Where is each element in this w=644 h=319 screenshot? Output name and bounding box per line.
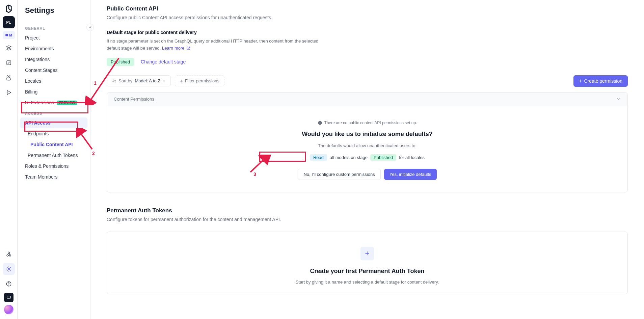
- rail-settings-icon[interactable]: [3, 263, 15, 275]
- rail-help-icon[interactable]: [3, 278, 15, 290]
- app-logo[interactable]: [4, 4, 14, 14]
- side-item-environments[interactable]: Environments: [18, 43, 90, 54]
- rail-project-badge[interactable]: PL: [3, 16, 15, 28]
- create-token-tile[interactable]: +: [360, 247, 374, 260]
- read-chip: Read: [310, 154, 327, 161]
- rail-env-badge[interactable]: M: [3, 31, 15, 39]
- rail-schema-icon[interactable]: [3, 42, 15, 54]
- svg-point-1: [7, 255, 8, 257]
- tokens-section-desc: Configure tokens for permanent authoriza…: [107, 217, 628, 222]
- page-title: Public Content API: [107, 5, 628, 12]
- tokens-section-title: Permanent Auth Tokens: [107, 207, 628, 214]
- side-item-api-access[interactable]: API Access: [20, 117, 87, 128]
- svg-rect-7: [7, 296, 10, 298]
- create-token-title: Create your first Permanent Auth Token: [114, 268, 621, 275]
- side-item-project[interactable]: Project: [18, 32, 90, 43]
- side-item-billing[interactable]: Billing: [18, 86, 90, 97]
- collapse-sidebar-button[interactable]: [86, 24, 94, 31]
- change-default-stage-link[interactable]: Change default stage: [141, 59, 186, 64]
- rail-content-icon[interactable]: [3, 57, 15, 69]
- published-stage-badge: Published: [107, 58, 134, 66]
- svg-point-10: [320, 122, 320, 122]
- side-item-integrations[interactable]: Integrations: [18, 54, 90, 65]
- chevron-down-icon: [616, 97, 621, 101]
- side-item-content-stages[interactable]: Content Stages: [18, 65, 90, 76]
- create-token-desc: Start by giving it a name and selecting …: [114, 280, 621, 285]
- side-item-roles[interactable]: Roles & Permissions: [18, 161, 90, 171]
- section-general-label: GENERAL: [18, 23, 90, 32]
- app-rail: PL M: [0, 0, 18, 319]
- rail-assets-icon[interactable]: [3, 72, 15, 84]
- initialize-defaults-title: Would you like us to initialize some def…: [114, 131, 621, 138]
- learn-more-link[interactable]: Learn more: [162, 46, 190, 51]
- section-access-label: ACCESS: [18, 108, 90, 117]
- content-permissions-panel: Content Permissions There are no public …: [107, 92, 628, 192]
- create-permission-button[interactable]: + Create permission: [573, 75, 628, 87]
- default-stage-desc: If no stage parameter is set on the Grap…: [107, 38, 323, 53]
- filter-permissions-button[interactable]: + Filter permissions: [175, 75, 224, 86]
- svg-point-2: [9, 255, 11, 257]
- empty-info-text: There are no public content API permissi…: [114, 121, 621, 125]
- preview-badge: PREVIEW: [57, 101, 77, 105]
- default-stage-title: Default stage for public content deliver…: [107, 30, 628, 35]
- published-chip: Published: [370, 154, 396, 161]
- rail-webhooks-icon[interactable]: [3, 248, 15, 260]
- rail-chat-icon[interactable]: [4, 293, 14, 302]
- content-permissions-header[interactable]: Content Permissions: [107, 92, 627, 106]
- initialize-defaults-desc: The defaults would allow unauthenticated…: [114, 143, 621, 148]
- defaults-chip-row: Read all models on stage Published for a…: [114, 154, 621, 161]
- svg-rect-9: [320, 122, 320, 124]
- page-desc: Configure public Content API access perm…: [107, 15, 628, 20]
- side-item-ui-extensions[interactable]: UI Extensions PREVIEW: [18, 97, 90, 108]
- sidebar-title: Settings: [18, 6, 90, 15]
- side-item-permanent-tokens[interactable]: Permanent Auth Tokens: [18, 150, 90, 161]
- svg-point-4: [8, 268, 9, 270]
- main-content: Public Content API Configure public Cont…: [90, 0, 644, 319]
- side-item-team[interactable]: Team Members: [18, 171, 90, 182]
- configure-custom-button[interactable]: No, I'll configure custom permissions: [298, 169, 380, 180]
- chevron-down-icon: [162, 79, 166, 83]
- sort-by-dropdown[interactable]: Sort by: Model: A to Z: [107, 75, 171, 86]
- external-link-icon: [186, 46, 190, 53]
- side-item-locales[interactable]: Locales: [18, 76, 90, 86]
- side-item-public-content-api[interactable]: Public Content API: [20, 139, 87, 150]
- user-avatar[interactable]: [4, 305, 14, 314]
- initialize-defaults-button[interactable]: Yes, initialize defaults: [384, 169, 437, 180]
- settings-sidebar: Settings GENERAL Project Environments In…: [18, 0, 90, 319]
- side-item-endpoints[interactable]: Endpoints: [18, 128, 90, 139]
- svg-point-6: [8, 285, 9, 285]
- tokens-empty-panel: + Create your first Permanent Auth Token…: [107, 232, 628, 294]
- info-icon: [318, 121, 322, 125]
- rail-play-icon[interactable]: [3, 86, 15, 99]
